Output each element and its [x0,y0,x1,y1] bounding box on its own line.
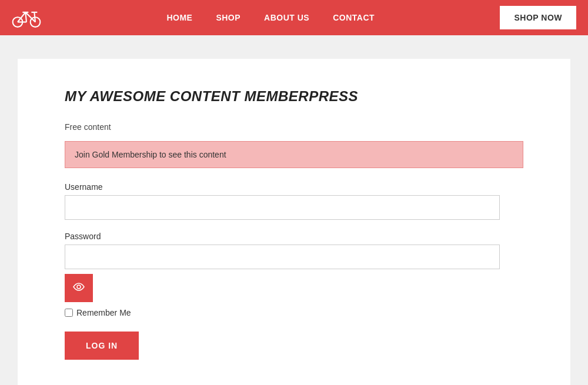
nav-about-us[interactable]: ABOUT US [264,13,309,22]
nav-shop[interactable]: SHOP [216,13,240,22]
username-input[interactable] [65,195,500,220]
username-group: Username [65,182,523,220]
main-wrapper: MY AWESOME CONTENT MEMBERPRESS Free cont… [0,35,588,385]
remember-me-group: Remember Me [65,308,523,317]
logo-icon [12,7,41,28]
nav-contact[interactable]: CONTACT [333,13,375,22]
remember-me-checkbox[interactable] [65,309,73,317]
logo[interactable] [12,7,41,28]
page-title: MY AWESOME CONTENT MEMBERPRESS [65,88,523,105]
membership-notice: Join Gold Membership to see this content [65,141,523,168]
eye-icon [73,283,85,293]
password-input[interactable] [65,245,500,269]
show-password-button[interactable] [65,274,93,302]
free-content-top-label: Free content [65,122,523,132]
main-nav: HOME SHOP ABOUT US CONTACT [166,13,375,22]
svg-point-10 [77,285,81,289]
site-header: HOME SHOP ABOUT US CONTACT SHOP NOW [0,0,588,35]
nav-home[interactable]: HOME [166,13,192,22]
password-group: Password [65,232,523,302]
remember-me-label: Remember Me [76,308,131,317]
shop-now-button[interactable]: SHOP NOW [500,6,576,29]
content-card: MY AWESOME CONTENT MEMBERPRESS Free cont… [18,59,570,385]
username-label: Username [65,182,523,192]
password-label: Password [65,232,523,241]
login-button[interactable]: LOG IN [65,332,139,360]
